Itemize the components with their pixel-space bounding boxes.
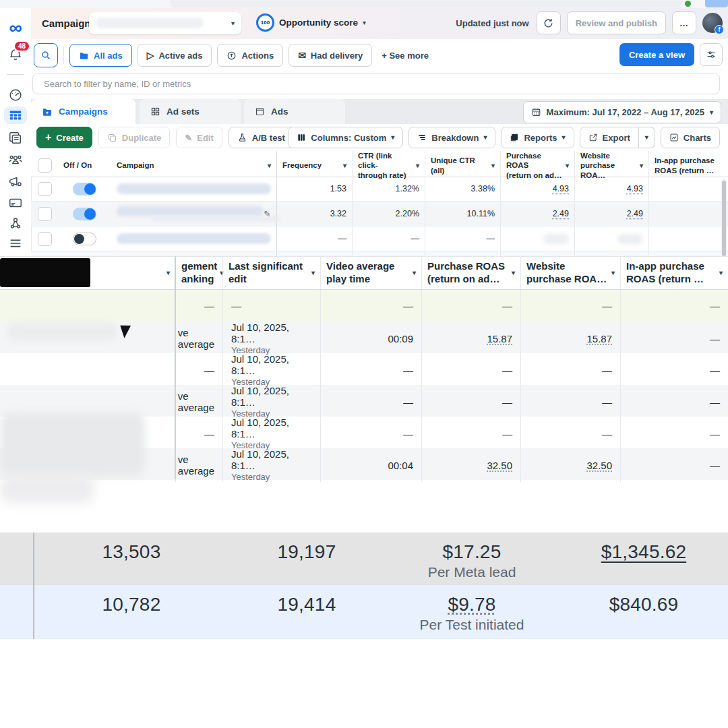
col-header-purchase-roas[interactable]: Purchase ROAS(return on ad…▾ — [500, 151, 574, 180]
notifications-bell-icon[interactable]: 48 — [0, 46, 31, 63]
calendar-icon — [531, 107, 541, 117]
table-row-hovered: ✎ 3.32 2.20% 10.11% 2.49 2.49 — [31, 202, 728, 226]
total-value: $840.69 — [559, 594, 728, 615]
col-header-purchase-roas[interactable]: Purchase ROAS(return on ad…▾ — [421, 257, 520, 289]
cell-frequency: 3.32 — [276, 202, 352, 226]
dashboard-gauge-icon[interactable] — [0, 86, 31, 104]
col-header-frequency[interactable]: Frequency▾ — [276, 151, 352, 180]
filter-chip-actions[interactable]: Actions — [217, 44, 283, 67]
cell-video-time: — — [320, 290, 421, 322]
cell-ranking: — — [175, 353, 222, 387]
cell-purchase-roas: 2.49 — [500, 202, 574, 226]
campaign-name-redacted[interactable] — [111, 177, 276, 201]
charts-button[interactable]: Charts — [661, 127, 720, 148]
campaign-toggle-on[interactable] — [73, 208, 96, 220]
campaign-name-redacted[interactable]: ✎ — [111, 202, 276, 226]
account-dropdown[interactable]: ▾ — [89, 12, 241, 34]
row-checkbox[interactable] — [38, 182, 52, 196]
create-view-button[interactable]: Create a view — [619, 43, 694, 66]
chevron-down-icon: ▾ — [231, 20, 235, 27]
select-all-checkbox[interactable] — [38, 158, 52, 173]
facebook-badge-icon: f — [715, 25, 724, 34]
columns-icon — [297, 133, 306, 142]
filter-chip-all-ads[interactable]: All ads — [69, 44, 132, 67]
edit-button[interactable]: ✎ Edit — [176, 127, 222, 148]
pages-copy-icon[interactable] — [0, 129, 31, 147]
audiences-people-icon[interactable] — [0, 151, 31, 169]
table-search-row — [31, 71, 728, 99]
export-button[interactable]: Export — [580, 127, 639, 148]
redacted-name-blob — [0, 473, 94, 504]
avatar[interactable]: f — [702, 13, 723, 33]
col-header-ctr[interactable]: CTR (link click-through rate)▾ — [352, 151, 425, 180]
meta-logo-icon[interactable]: ∞ — [0, 19, 31, 36]
cell-unique-ctr: — — [425, 226, 500, 251]
export-options-button[interactable]: ▾ — [639, 127, 655, 148]
col-header-video-play-time[interactable]: Video averageplay time▾ — [320, 257, 421, 289]
total-sublabel: Per Meta lead — [384, 564, 559, 580]
search-filter-button[interactable] — [34, 43, 58, 67]
cell-website-roas: — — [520, 385, 620, 419]
copy-icon — [107, 133, 117, 143]
filter-chip-active-ads[interactable]: ▷ Active ads — [138, 44, 212, 67]
search-input[interactable] — [32, 73, 720, 94]
col-header-ranking[interactable]: gementanking▾ — [175, 257, 222, 289]
see-more-filters[interactable]: + See more — [377, 51, 429, 61]
nav-sidebar: ∞ 48 — [0, 8, 32, 256]
chevron-down-icon: ▾ — [363, 20, 366, 26]
cell-inapp-roas: — — [620, 385, 728, 419]
row-checkbox[interactable] — [38, 232, 52, 246]
view-settings-button[interactable] — [700, 43, 723, 66]
campaign-toggle-on[interactable] — [73, 183, 96, 195]
duplicate-button[interactable]: Duplicate — [98, 127, 171, 148]
browser-profile-pill[interactable] — [705, 0, 728, 7]
more-options-button[interactable]: … — [672, 11, 696, 34]
cell-ctr: 1.32% — [352, 177, 425, 201]
cell-unique-ctr: 3.38% — [425, 177, 500, 201]
col-header-inapp-roas[interactable]: In-app purchaseROAS (return …▾ — [620, 257, 728, 289]
sort-caret-icon: ▾ — [509, 270, 515, 276]
refresh-button[interactable] — [537, 11, 561, 34]
tab-ads[interactable]: Ads — [244, 99, 345, 124]
vertical-scrollbar[interactable] — [721, 179, 727, 262]
date-range-picker[interactable]: Maximum: Jul 17, 2022 – Aug 17, 2025 ▾ — [523, 101, 721, 123]
cell-website-roas: — — [520, 290, 620, 322]
col-header-last-edit[interactable]: Last significantedit▾ — [222, 257, 320, 289]
sort-caret-icon: ▾ — [340, 162, 346, 169]
cell-frequency: 1.53 — [276, 177, 352, 201]
campaign-name-redacted[interactable] — [111, 226, 276, 251]
cell-purchase-roas: 32.50 — [421, 448, 520, 482]
sort-caret-icon: ▾ — [637, 162, 643, 169]
total-value: 10,782 — [34, 594, 229, 615]
promote-megaphone-icon[interactable] — [0, 173, 31, 190]
review-publish-button[interactable]: Review and publish — [567, 11, 666, 34]
sort-caret-icon: ▾ — [413, 162, 419, 169]
col-header-campaign[interactable]: Campaign▾ — [111, 151, 276, 180]
tab-campaigns[interactable]: Campaigns — [31, 99, 135, 124]
page-title: Campaigns — [42, 18, 96, 29]
opportunity-score-label: Opportunity score — [279, 18, 358, 28]
cell-purchase-roas: 4.93 — [500, 177, 574, 201]
campaign-toggle-off[interactable] — [73, 233, 96, 245]
ads-manager-table-icon[interactable] — [4, 107, 27, 124]
breakdown-button[interactable]: Breakdown ▾ — [408, 127, 495, 148]
total-cell: 19,414 — [229, 585, 384, 639]
tab-ad-sets[interactable]: Ad sets — [140, 99, 241, 124]
filter-chip-had-delivery[interactable]: ✉ Had delivery — [289, 44, 372, 67]
ab-test-button[interactable]: A/B test — [229, 127, 294, 148]
assets-nodes-icon[interactable] — [0, 214, 31, 232]
col-header-website-roas[interactable]: Websitepurchase ROA…▾ — [574, 151, 648, 180]
scrollbar-thumb[interactable] — [722, 181, 726, 256]
col-header-website-roas[interactable]: Websitepurchase ROA…▾ — [520, 257, 620, 289]
row-checkbox[interactable] — [38, 207, 52, 221]
reports-button[interactable]: Reports ▾ — [501, 127, 574, 148]
col-header-inapp-roas[interactable]: In-app purchaseROAS (return … — [648, 151, 728, 180]
create-button[interactable]: + Create — [36, 127, 92, 148]
col-header-unique-ctr[interactable]: Unique CTR (all)▾ — [425, 151, 500, 180]
opportunity-score[interactable]: 100 Opportunity score ▾ — [256, 13, 366, 32]
billing-card-icon[interactable] — [0, 194, 31, 212]
menu-hamburger-icon[interactable] — [0, 235, 31, 252]
browser-tab[interactable] — [170, 0, 682, 8]
cell-inapp-roas: — — [620, 417, 728, 450]
columns-button[interactable]: Columns: Custom ▾ — [288, 127, 403, 148]
